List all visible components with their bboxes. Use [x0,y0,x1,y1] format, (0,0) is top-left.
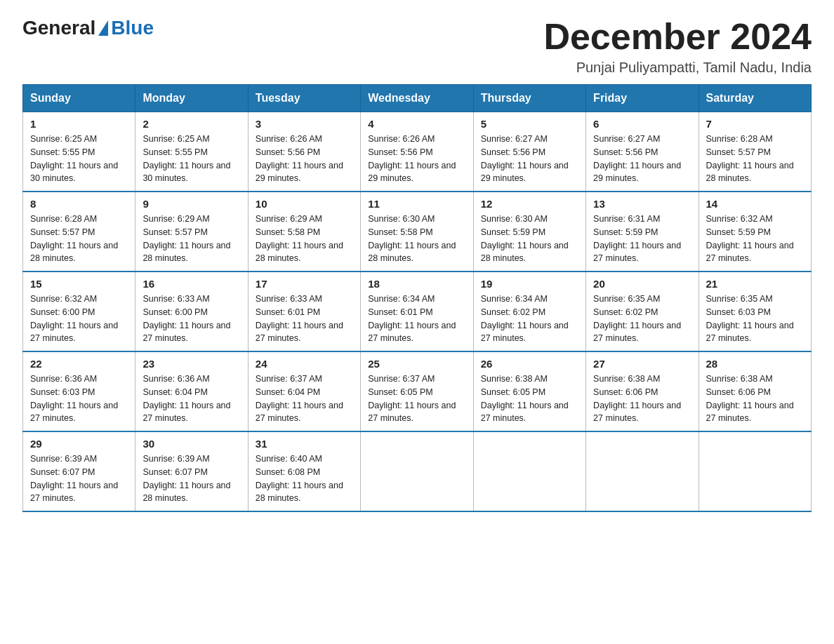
header: General Blue December 2024 Punjai Puliya… [22,17,812,76]
title-area: December 2024 Punjai Puliyampatti, Tamil… [543,17,812,76]
day-number: 30 [143,438,240,450]
header-day-sunday: Sunday [23,85,135,112]
day-cell: 22 Sunrise: 6:36 AMSunset: 6:03 PMDaylig… [23,351,135,431]
day-number: 7 [706,118,804,130]
day-number: 22 [30,358,128,370]
logo-triangle-icon [98,20,108,36]
day-info: Sunrise: 6:36 AMSunset: 6:04 PMDaylight:… [143,374,230,423]
day-number: 3 [256,118,353,130]
day-info: Sunrise: 6:32 AMSunset: 6:00 PMDaylight:… [30,294,118,343]
day-number: 4 [368,118,465,130]
day-number: 18 [368,278,465,290]
day-cell [473,431,585,511]
day-cell: 9 Sunrise: 6:29 AMSunset: 5:57 PMDayligh… [135,192,248,271]
day-cell [586,431,699,511]
day-info: Sunrise: 6:28 AMSunset: 5:57 PMDaylight:… [706,134,794,183]
day-info: Sunrise: 6:29 AMSunset: 5:57 PMDaylight:… [143,214,230,263]
day-number: 27 [593,358,691,370]
day-number: 5 [481,118,578,130]
day-info: Sunrise: 6:39 AMSunset: 6:07 PMDaylight:… [30,454,118,503]
day-number: 20 [593,278,691,290]
day-number: 17 [256,278,353,290]
day-info: Sunrise: 6:29 AMSunset: 5:58 PMDaylight:… [256,214,343,263]
calendar-header: SundayMondayTuesdayWednesdayThursdayFrid… [23,85,812,112]
day-cell: 18 Sunrise: 6:34 AMSunset: 6:01 PMDaylig… [361,271,473,351]
day-number: 13 [593,198,691,210]
day-number: 25 [368,358,465,370]
calendar-body: 1 Sunrise: 6:25 AMSunset: 5:55 PMDayligh… [23,112,812,512]
day-info: Sunrise: 6:25 AMSunset: 5:55 PMDaylight:… [143,134,230,183]
week-row-4: 22 Sunrise: 6:36 AMSunset: 6:03 PMDaylig… [23,351,812,431]
day-cell: 21 Sunrise: 6:35 AMSunset: 6:03 PMDaylig… [699,271,811,351]
day-cell: 28 Sunrise: 6:38 AMSunset: 6:06 PMDaylig… [699,351,811,431]
header-day-thursday: Thursday [473,85,585,112]
day-info: Sunrise: 6:38 AMSunset: 6:06 PMDaylight:… [706,374,794,423]
day-number: 1 [30,118,128,130]
header-row: SundayMondayTuesdayWednesdayThursdayFrid… [23,85,812,112]
day-number: 24 [256,358,353,370]
day-cell: 23 Sunrise: 6:36 AMSunset: 6:04 PMDaylig… [135,351,248,431]
day-number: 8 [30,198,128,210]
day-cell: 25 Sunrise: 6:37 AMSunset: 6:05 PMDaylig… [361,351,473,431]
day-info: Sunrise: 6:30 AMSunset: 5:58 PMDaylight:… [368,214,456,263]
day-number: 6 [593,118,691,130]
day-cell: 5 Sunrise: 6:27 AMSunset: 5:56 PMDayligh… [473,112,585,192]
header-day-friday: Friday [586,85,699,112]
day-info: Sunrise: 6:38 AMSunset: 6:06 PMDaylight:… [593,374,681,423]
header-day-saturday: Saturday [699,85,811,112]
day-number: 2 [143,118,240,130]
day-cell [361,431,473,511]
day-number: 26 [481,358,578,370]
day-info: Sunrise: 6:35 AMSunset: 6:03 PMDaylight:… [706,294,794,343]
day-cell: 3 Sunrise: 6:26 AMSunset: 5:56 PMDayligh… [248,112,360,192]
day-cell [699,431,811,511]
day-info: Sunrise: 6:27 AMSunset: 5:56 PMDaylight:… [481,134,569,183]
day-cell: 10 Sunrise: 6:29 AMSunset: 5:58 PMDaylig… [248,192,360,271]
day-info: Sunrise: 6:37 AMSunset: 6:04 PMDaylight:… [256,374,343,423]
day-cell: 2 Sunrise: 6:25 AMSunset: 5:55 PMDayligh… [135,112,248,192]
day-info: Sunrise: 6:30 AMSunset: 5:59 PMDaylight:… [481,214,569,263]
day-number: 9 [143,198,240,210]
day-info: Sunrise: 6:34 AMSunset: 6:02 PMDaylight:… [481,294,569,343]
day-cell: 30 Sunrise: 6:39 AMSunset: 6:07 PMDaylig… [135,431,248,511]
day-info: Sunrise: 6:27 AMSunset: 5:56 PMDaylight:… [593,134,681,183]
day-cell: 4 Sunrise: 6:26 AMSunset: 5:56 PMDayligh… [361,112,473,192]
logo-blue-text: Blue [111,17,154,39]
day-info: Sunrise: 6:36 AMSunset: 6:03 PMDaylight:… [30,374,118,423]
day-number: 23 [143,358,240,370]
day-number: 29 [30,438,128,450]
day-info: Sunrise: 6:37 AMSunset: 6:05 PMDaylight:… [368,374,456,423]
month-title: December 2024 [543,17,812,57]
day-number: 11 [368,198,465,210]
day-info: Sunrise: 6:32 AMSunset: 5:59 PMDaylight:… [706,214,794,263]
week-row-5: 29 Sunrise: 6:39 AMSunset: 6:07 PMDaylig… [23,431,812,511]
day-cell: 13 Sunrise: 6:31 AMSunset: 5:59 PMDaylig… [586,192,699,271]
week-row-2: 8 Sunrise: 6:28 AMSunset: 5:57 PMDayligh… [23,192,812,271]
day-number: 28 [706,358,804,370]
day-cell: 8 Sunrise: 6:28 AMSunset: 5:57 PMDayligh… [23,192,135,271]
day-number: 12 [481,198,578,210]
day-number: 16 [143,278,240,290]
day-cell: 20 Sunrise: 6:35 AMSunset: 6:02 PMDaylig… [586,271,699,351]
day-info: Sunrise: 6:33 AMSunset: 6:01 PMDaylight:… [256,294,343,343]
logo-area: General Blue [22,17,154,39]
header-day-tuesday: Tuesday [248,85,360,112]
day-info: Sunrise: 6:26 AMSunset: 5:56 PMDaylight:… [368,134,456,183]
header-day-wednesday: Wednesday [361,85,473,112]
day-cell: 6 Sunrise: 6:27 AMSunset: 5:56 PMDayligh… [586,112,699,192]
day-number: 21 [706,278,804,290]
day-info: Sunrise: 6:40 AMSunset: 6:08 PMDaylight:… [256,454,343,503]
day-cell: 27 Sunrise: 6:38 AMSunset: 6:06 PMDaylig… [586,351,699,431]
day-cell: 19 Sunrise: 6:34 AMSunset: 6:02 PMDaylig… [473,271,585,351]
day-cell: 26 Sunrise: 6:38 AMSunset: 6:05 PMDaylig… [473,351,585,431]
week-row-1: 1 Sunrise: 6:25 AMSunset: 5:55 PMDayligh… [23,112,812,192]
day-info: Sunrise: 6:38 AMSunset: 6:05 PMDaylight:… [481,374,569,423]
day-info: Sunrise: 6:35 AMSunset: 6:02 PMDaylight:… [593,294,681,343]
day-cell: 31 Sunrise: 6:40 AMSunset: 6:08 PMDaylig… [248,431,360,511]
day-cell: 7 Sunrise: 6:28 AMSunset: 5:57 PMDayligh… [699,112,811,192]
day-number: 15 [30,278,128,290]
location-subtitle: Punjai Puliyampatti, Tamil Nadu, India [543,60,812,76]
week-row-3: 15 Sunrise: 6:32 AMSunset: 6:00 PMDaylig… [23,271,812,351]
day-number: 14 [706,198,804,210]
day-info: Sunrise: 6:33 AMSunset: 6:00 PMDaylight:… [143,294,230,343]
